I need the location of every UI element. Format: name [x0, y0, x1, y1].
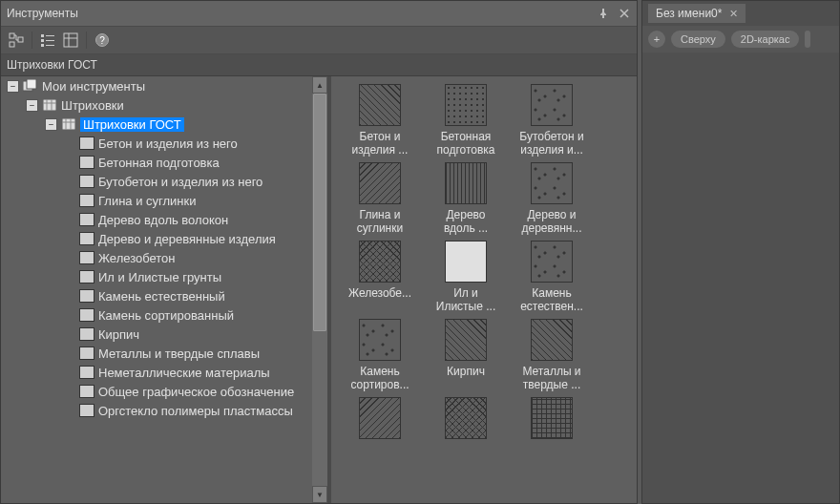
hatch-swatch[interactable]: [423, 397, 509, 443]
hatch-swatch-preview: [359, 162, 401, 204]
tree-hatch-item[interactable]: Ил и Илистые грунты: [1, 267, 312, 286]
hatch-swatch-label: Железобе...: [348, 286, 411, 300]
tree-hatch-item[interactable]: Кирпич: [1, 325, 312, 344]
tree-hatch-item[interactable]: Бутобетон и изделия из него: [1, 172, 312, 191]
view-ribbon: + Сверху 2D-каркас: [642, 26, 839, 52]
hatch-swatch[interactable]: Бетоннаяподготовка: [423, 84, 509, 157]
tree-content: − Мои инструменты − Штриховки: [1, 76, 312, 503]
panel-toolbar: ?: [1, 27, 637, 54]
tree-hatch-item[interactable]: Металлы и твердые сплавы: [1, 344, 312, 363]
hatch-swatch-preview: [359, 84, 401, 126]
folder-icon: [61, 117, 76, 131]
tree-hatch-item-label: Металлы и твердые сплавы: [98, 346, 260, 361]
hatch-swatch[interactable]: Каменьсортиров...: [337, 319, 423, 391]
folder-icon: [42, 98, 57, 112]
tree-hatch-folder-row[interactable]: − Штриховки: [1, 95, 312, 115]
hatch-thumb-icon: [79, 213, 94, 226]
tree-hatch-item-label: Камень естественный: [98, 289, 225, 304]
hatch-swatch[interactable]: [509, 397, 595, 443]
hatch-thumb-icon: [79, 251, 94, 264]
hatch-swatch[interactable]: Дерево идеревянн...: [509, 162, 595, 235]
tree-hatch-item-label: Бутобетон и изделия из него: [98, 175, 262, 189]
doc-tab[interactable]: Без имени0* ✕: [648, 4, 746, 23]
hatch-swatch[interactable]: [337, 397, 423, 443]
tree-hatch-item[interactable]: Железобетон: [1, 248, 312, 267]
hatch-swatch-label: Бетоннаяподготовка: [436, 130, 494, 157]
hatch-swatch[interactable]: Глина исуглинки: [337, 162, 423, 235]
doc-tab-label: Без имени0*: [656, 7, 722, 20]
hatch-swatch[interactable]: Бетон иизделия ...: [337, 84, 423, 157]
tree-hatch-item-label: Оргстекло полимеры пластмассы: [98, 404, 293, 418]
hatch-thumb-icon: [79, 308, 94, 322]
tree-hatch-item[interactable]: Бетонная подготовка: [1, 153, 312, 172]
scroll-down-button[interactable]: ▼: [312, 486, 327, 503]
hatch-swatch-label: Ил иИлистые ...: [436, 286, 495, 313]
hatch-swatch[interactable]: Бутобетон иизделия и...: [509, 84, 595, 157]
viewport[interactable]: [642, 52, 839, 503]
tree-hatch-item[interactable]: Бетон и изделия из него: [1, 134, 312, 153]
list-mode-button[interactable]: [38, 31, 57, 50]
tree-hatch-item[interactable]: Дерево и деревянные изделия: [1, 229, 312, 248]
hatch-swatch-label: Бетон иизделия ...: [352, 130, 409, 157]
hatch-swatch[interactable]: Каменьестествен...: [509, 241, 595, 313]
help-button[interactable]: ?: [93, 31, 112, 50]
tree-hatch-item-label: Неметаллические материалы: [98, 366, 270, 380]
hatch-swatch-preview: [359, 241, 401, 283]
close-icon[interactable]: ✕: [729, 8, 738, 20]
more-chip[interactable]: [805, 31, 810, 48]
tree-hatch-item[interactable]: Дерево вдоль волокон: [1, 210, 312, 229]
scroll-thumb[interactable]: [313, 94, 326, 331]
svg-rect-1: [10, 42, 14, 47]
hatch-thumb-icon: [79, 194, 94, 207]
hatch-swatch-preview: [359, 397, 401, 439]
tree-hatch-item-label: Камень сортированный: [98, 308, 234, 323]
add-view-button[interactable]: +: [648, 31, 665, 48]
svg-rect-3: [41, 34, 44, 37]
hatch-swatch-preview: [445, 241, 487, 283]
hatch-swatch[interactable]: Деревовдоль ...: [423, 162, 509, 235]
pin-icon[interactable]: [597, 7, 610, 20]
hatch-swatch[interactable]: Ил иИлистые ...: [423, 241, 509, 313]
hatch-swatch-preview: [445, 397, 487, 439]
toolbar-separator: [32, 32, 32, 49]
hatch-swatch-preview: [445, 84, 487, 126]
panel-title: Инструменты: [7, 7, 78, 20]
tree-hatch-item[interactable]: Камень естественный: [1, 286, 312, 305]
view-style-chip[interactable]: 2D-каркас: [731, 31, 800, 48]
tree-pane: − Мои инструменты − Штриховки: [1, 76, 327, 503]
hatch-swatch-label: Кирпич: [447, 365, 485, 378]
tree-hatch-item[interactable]: Оргстекло полимеры пластмассы: [1, 401, 312, 420]
app-root: Инструменты ?: [0, 0, 840, 504]
hatch-thumb-icon: [79, 385, 94, 398]
tree-root-row[interactable]: − Мои инструменты: [1, 76, 312, 95]
tree-mode-button[interactable]: [7, 31, 26, 50]
hatch-thumb-icon: [79, 327, 94, 341]
tree-items-container: Бетон и изделия из негоБетонная подготов…: [1, 134, 312, 420]
tree-gost-folder-row[interactable]: − Штриховки ГОСТ: [1, 115, 312, 134]
hatch-thumb-icon: [79, 289, 94, 303]
close-icon[interactable]: [618, 7, 631, 20]
tree-hatch-item[interactable]: Глина и суглинки: [1, 191, 312, 210]
collapse-icon[interactable]: −: [45, 118, 57, 131]
hatch-thumb-icon: [79, 175, 94, 188]
hatch-swatch-label: Глина исуглинки: [357, 208, 403, 235]
hatch-swatch[interactable]: Металлы итвердые ...: [509, 319, 595, 391]
hatch-thumb-icon: [79, 156, 94, 169]
hatch-swatch[interactable]: Железобе...: [337, 241, 423, 313]
hatch-thumb-icon: [79, 270, 94, 284]
tree-scrollbar[interactable]: ▲ ▼: [312, 76, 327, 503]
hatch-swatch-label: Каменьестествен...: [520, 286, 583, 313]
scroll-track[interactable]: [312, 94, 327, 486]
hatch-swatch[interactable]: Кирпич: [423, 319, 509, 391]
view-orientation-chip[interactable]: Сверху: [671, 31, 725, 48]
detail-mode-button[interactable]: [61, 31, 80, 50]
scroll-up-button[interactable]: ▲: [312, 76, 327, 94]
tree-hatch-item[interactable]: Неметаллические материалы: [1, 363, 312, 382]
svg-rect-15: [62, 118, 75, 130]
tree-hatch-item[interactable]: Общее графическое обозначение: [1, 382, 312, 401]
tree-hatch-item[interactable]: Камень сортированный: [1, 305, 312, 325]
svg-rect-7: [41, 44, 44, 47]
collapse-icon[interactable]: −: [26, 99, 38, 112]
collapse-icon[interactable]: −: [7, 80, 19, 93]
tree-hatch-folder-label: Штриховки: [61, 98, 124, 113]
